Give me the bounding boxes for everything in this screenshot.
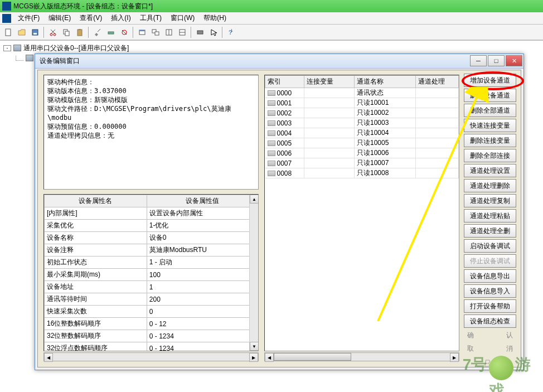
driver-info-box: 驱动构件信息： 驱动版本信息：3.037000 驱动模版信息：新驱动模版 驱动文… bbox=[43, 75, 259, 190]
prop-row[interactable]: 最小采集周期(ms)100 bbox=[45, 269, 258, 281]
tb-tool2[interactable] bbox=[105, 26, 117, 38]
proc-paste-button[interactable]: 通道处理粘贴 bbox=[464, 209, 516, 222]
proc-del-button[interactable]: 通道处理删除 bbox=[464, 179, 516, 192]
scroll-right-icon[interactable]: ▶ bbox=[450, 353, 459, 362]
toolbar: ? bbox=[0, 25, 543, 40]
app-titlebar: MCGS嵌入版组态环境 - [设备组态：设备窗口*] bbox=[0, 0, 543, 12]
tb-tool1[interactable] bbox=[91, 26, 104, 38]
channel-row[interactable]: 0002只读10002 bbox=[265, 108, 459, 118]
dialog-titlebar[interactable]: 设备编辑窗口 ─ □ ✕ bbox=[35, 54, 523, 69]
dialog-close[interactable]: ✕ bbox=[506, 55, 522, 66]
stop-debug-button[interactable]: 停止设备调试 bbox=[464, 254, 516, 268]
prop-row[interactable]: 32位浮点数解码顺序0 - 1234 bbox=[45, 342, 258, 352]
tree-root-row[interactable]: - 通用串口父设备0--[通用串口父设备] bbox=[3, 43, 540, 53]
tb-window4[interactable] bbox=[176, 26, 188, 38]
tb-tool3[interactable] bbox=[118, 26, 130, 38]
menu-window[interactable]: 窗口(W) bbox=[166, 12, 199, 24]
menu-insert[interactable]: 插入(I) bbox=[106, 12, 135, 24]
cancel-button[interactable]: 取消 bbox=[464, 343, 516, 355]
channel-row[interactable]: 0006只读10006 bbox=[265, 148, 459, 158]
svg-rect-8 bbox=[79, 29, 81, 30]
channel-icon bbox=[268, 130, 275, 136]
tb-open[interactable] bbox=[16, 26, 28, 38]
dialog-maximize[interactable]: □ bbox=[488, 55, 505, 66]
chan-hscrollbar[interactable]: ◀ ▶ bbox=[264, 352, 459, 361]
channel-row[interactable]: 0008只读10008 bbox=[265, 168, 459, 178]
prop-row[interactable]: 采集优化1-优化 bbox=[45, 220, 258, 232]
del-all-link-button[interactable]: 删除全部连接 bbox=[464, 149, 516, 162]
scroll-up-icon[interactable]: ▲ bbox=[250, 195, 259, 204]
prop-header-name[interactable]: 设备属性名 bbox=[45, 195, 147, 207]
channel-icon bbox=[268, 90, 275, 96]
tb-window2[interactable] bbox=[149, 26, 162, 38]
menu-edit[interactable]: 编辑(E) bbox=[44, 12, 75, 24]
del-link-button[interactable]: 删除连接变量 bbox=[464, 134, 516, 147]
proc-set-button[interactable]: 通道处理设置 bbox=[464, 164, 516, 177]
tb-copy[interactable] bbox=[60, 26, 72, 38]
scroll-right-icon[interactable]: ▶ bbox=[249, 353, 258, 362]
del-channel-button[interactable]: 删除设备通道 bbox=[464, 89, 516, 102]
prop-row[interactable]: 初始工作状态1 - 启动 bbox=[45, 257, 258, 269]
quick-link-button[interactable]: 快速连接变量 bbox=[464, 119, 516, 132]
open-help-button[interactable]: 打开设备帮助 bbox=[464, 299, 516, 313]
tb-paste[interactable] bbox=[74, 26, 86, 38]
check-button[interactable]: 设备组态检查 bbox=[464, 314, 516, 328]
tree-collapse-icon[interactable]: - bbox=[3, 45, 11, 51]
scroll-thumb[interactable] bbox=[274, 353, 351, 361]
prop-row[interactable]: 快速采集次数0 bbox=[45, 306, 258, 318]
chan-header-idx[interactable]: 索引 bbox=[265, 76, 304, 88]
channel-row[interactable]: 0004只读10004 bbox=[265, 128, 459, 138]
chan-header-proc[interactable]: 通道处理 bbox=[416, 76, 459, 88]
proc-copy-button[interactable]: 通道处理复制 bbox=[464, 194, 516, 207]
app-icon bbox=[2, 2, 11, 11]
channel-row[interactable]: 0005只读10005 bbox=[265, 138, 459, 148]
tb-run[interactable] bbox=[194, 26, 206, 38]
prop-row[interactable]: 32位整数解码顺序0 - 1234 bbox=[45, 330, 258, 342]
prop-row[interactable]: [内部属性]设置设备内部属性 bbox=[45, 207, 258, 220]
channel-row[interactable]: 0000通讯状态 bbox=[265, 88, 459, 98]
tb-new[interactable] bbox=[2, 26, 14, 38]
tb-save[interactable] bbox=[29, 26, 41, 38]
start-debug-button[interactable]: 启动设备调试 bbox=[464, 239, 516, 253]
info-line: 驱动构件信息： bbox=[47, 78, 255, 86]
tb-cut[interactable] bbox=[47, 26, 59, 38]
channel-icon bbox=[268, 110, 275, 116]
scroll-left-icon[interactable]: ◀ bbox=[265, 353, 274, 362]
info-import-button[interactable]: 设备信息导入 bbox=[464, 284, 516, 298]
menu-file[interactable]: 文件(F) bbox=[13, 12, 44, 24]
scroll-down-icon[interactable]: ▼ bbox=[250, 342, 259, 351]
ok-button[interactable]: 确认 bbox=[464, 330, 516, 341]
prop-row[interactable]: 16位整数解码顺序0 - 12 bbox=[45, 318, 258, 330]
prop-hscrollbar[interactable]: ◀ ▶ bbox=[43, 352, 259, 361]
del-all-channel-button[interactable]: 删除全部通道 bbox=[464, 104, 516, 117]
chan-header-var[interactable]: 连接变量 bbox=[304, 76, 355, 88]
device-icon bbox=[26, 55, 33, 61]
menu-tools[interactable]: 工具(T) bbox=[135, 12, 166, 24]
channel-row[interactable]: 0003只读10003 bbox=[265, 118, 459, 128]
channel-row[interactable]: 0007只读10007 bbox=[265, 158, 459, 168]
prop-row[interactable]: 通讯等待时间200 bbox=[45, 293, 258, 306]
channel-icon bbox=[268, 141, 275, 146]
prop-vscrollbar[interactable]: ▲ ▼ bbox=[249, 195, 258, 351]
tb-window1[interactable] bbox=[136, 26, 148, 38]
proc-del-all-button[interactable]: 通道处理全删 bbox=[464, 224, 516, 238]
svg-rect-7 bbox=[77, 30, 82, 36]
channel-row[interactable]: 0001只读10001 bbox=[265, 98, 459, 108]
info-export-button[interactable]: 设备信息导出 bbox=[464, 269, 516, 283]
prop-row[interactable]: 设备注释莫迪康ModbusRTU bbox=[45, 244, 258, 257]
channel-icon bbox=[268, 161, 275, 166]
scroll-left-icon[interactable]: ◀ bbox=[44, 353, 53, 362]
property-table-container: 设备属性名 设备属性值 [内部属性]设置设备内部属性 采集优化1-优化 设备名称… bbox=[43, 194, 259, 351]
chan-header-name[interactable]: 通道名称 bbox=[355, 76, 416, 88]
tb-help[interactable]: ? bbox=[225, 26, 237, 38]
dialog-minimize[interactable]: ─ bbox=[470, 55, 487, 66]
tb-window3[interactable] bbox=[163, 26, 175, 38]
menu-view[interactable]: 查看(V) bbox=[75, 12, 106, 24]
prop-header-value[interactable]: 设备属性值 bbox=[147, 195, 258, 207]
prop-row[interactable]: 设备地址1 bbox=[45, 281, 258, 293]
tb-arrow[interactable] bbox=[207, 26, 220, 38]
menu-help[interactable]: 帮助(H) bbox=[199, 12, 231, 24]
prop-row[interactable]: 设备名称设备0 bbox=[45, 232, 258, 244]
channel-table: 索引 连接变量 通道名称 通道处理 0000通讯状态 0001只读10001 0… bbox=[265, 75, 459, 178]
add-channel-button[interactable]: 增加设备通道 bbox=[464, 74, 516, 87]
